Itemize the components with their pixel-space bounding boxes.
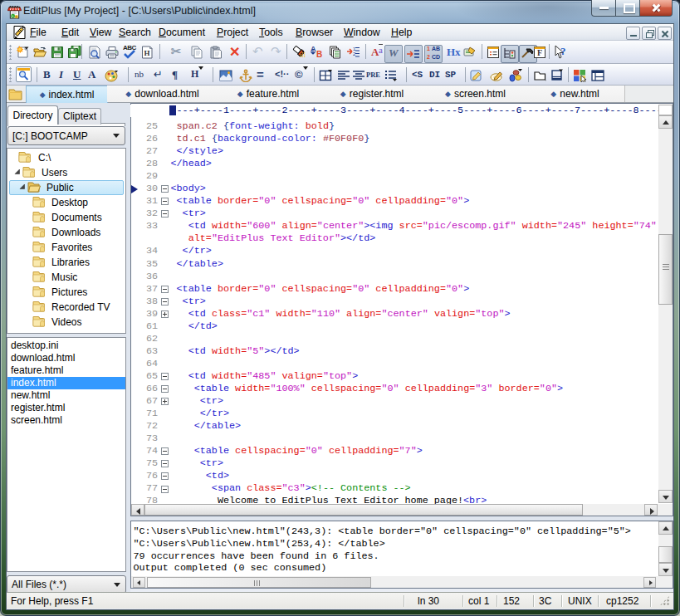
svg-text:?: ? bbox=[560, 45, 566, 57]
svg-text:F: F bbox=[537, 48, 542, 57]
svg-text:H: H bbox=[144, 49, 150, 57]
